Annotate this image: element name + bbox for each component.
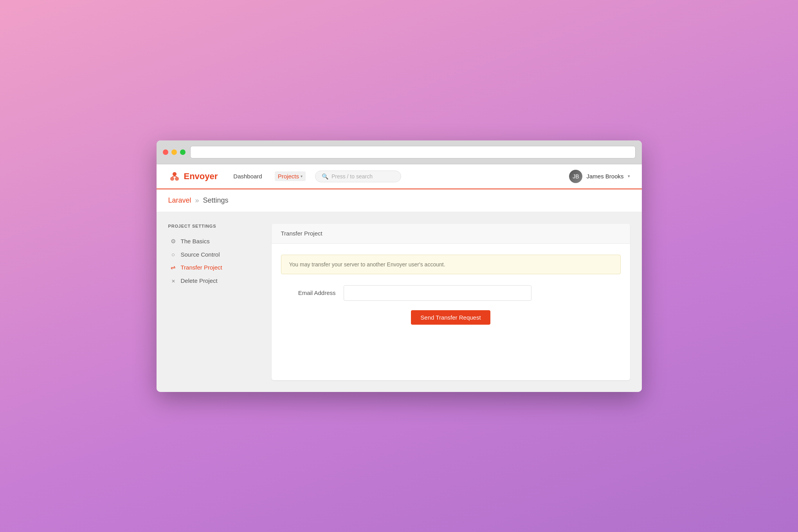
gear-icon xyxy=(170,238,177,245)
form-row-email: Email Address xyxy=(281,285,621,301)
breadcrumb-project-link[interactable]: Laravel xyxy=(168,196,191,205)
breadcrumb: Laravel » Settings xyxy=(168,196,630,205)
panel-body: You may transfer your server to another … xyxy=(272,244,630,336)
user-menu[interactable]: JB James Brooks ▾ xyxy=(569,170,630,183)
maximize-button[interactable] xyxy=(180,149,186,155)
sidebar-item-delete-project-label: Delete Project xyxy=(181,277,218,284)
sidebar-item-transfer-project[interactable]: Transfer Project xyxy=(168,261,262,274)
user-name: James Brooks xyxy=(586,173,623,180)
traffic-lights xyxy=(163,149,186,155)
panel-header: Transfer Project xyxy=(272,224,630,244)
close-button[interactable] xyxy=(163,149,168,155)
browser-window: Envoyer Dashboard Projects ▾ 🔍 Press / t… xyxy=(157,140,642,392)
nav-dashboard[interactable]: Dashboard xyxy=(230,171,265,181)
minimize-button[interactable] xyxy=(171,149,177,155)
projects-chevron: ▾ xyxy=(301,174,303,178)
sidebar-section-title: PROJECT SETTINGS xyxy=(168,224,262,228)
panel-title: Transfer Project xyxy=(281,230,322,237)
sidebar-item-source-control-label: Source Control xyxy=(181,251,220,258)
breadcrumb-bar: Laravel » Settings xyxy=(157,189,642,212)
breadcrumb-separator: » xyxy=(195,196,199,205)
form-actions: Send Transfer Request xyxy=(281,310,621,325)
send-transfer-request-button[interactable]: Send Transfer Request xyxy=(411,310,490,325)
sidebar-item-transfer-project-label: Transfer Project xyxy=(181,264,222,271)
sidebar-item-delete-project[interactable]: Delete Project xyxy=(168,274,262,287)
transfer-icon xyxy=(170,264,177,271)
logo-icon xyxy=(168,170,181,183)
sidebar-item-the-basics[interactable]: The Basics xyxy=(168,235,262,248)
url-bar[interactable] xyxy=(190,146,636,158)
search-bar[interactable]: 🔍 Press / to search xyxy=(315,171,401,182)
sidebar-item-source-control[interactable]: Source Control xyxy=(168,248,262,261)
main-content: PROJECT SETTINGS The Basics Source Contr… xyxy=(157,212,642,392)
logo-text: Envoyer xyxy=(184,171,218,182)
email-label: Email Address xyxy=(281,289,336,296)
source-control-icon xyxy=(170,251,177,258)
search-icon: 🔍 xyxy=(322,173,328,180)
nav-bar: Envoyer Dashboard Projects ▾ 🔍 Press / t… xyxy=(157,164,642,189)
sidebar-item-the-basics-label: The Basics xyxy=(181,238,210,244)
search-placeholder: Press / to search xyxy=(331,173,373,180)
user-chevron: ▾ xyxy=(628,174,630,179)
browser-chrome xyxy=(157,140,642,164)
breadcrumb-current: Settings xyxy=(203,196,229,205)
content-panel: Transfer Project You may transfer your s… xyxy=(272,224,630,380)
logo[interactable]: Envoyer xyxy=(168,170,218,183)
sidebar: PROJECT SETTINGS The Basics Source Contr… xyxy=(168,224,262,380)
info-box: You may transfer your server to another … xyxy=(281,255,621,274)
svg-point-2 xyxy=(175,177,179,181)
svg-line-4 xyxy=(175,176,177,177)
email-field[interactable] xyxy=(344,285,531,301)
svg-line-3 xyxy=(172,176,175,177)
svg-point-0 xyxy=(173,172,177,176)
nav-projects[interactable]: Projects ▾ xyxy=(275,171,306,181)
svg-point-1 xyxy=(170,177,174,181)
avatar: JB xyxy=(569,170,582,183)
delete-icon xyxy=(170,277,177,284)
